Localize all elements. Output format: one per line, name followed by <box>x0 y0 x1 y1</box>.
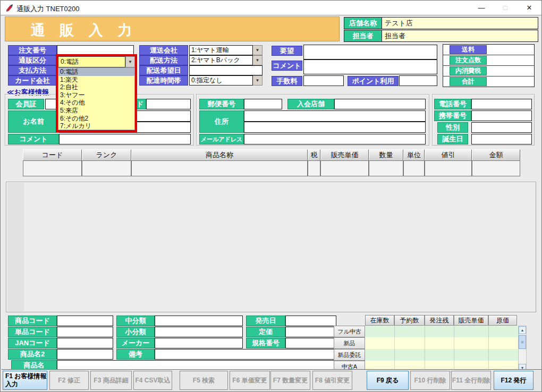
f9-back-button[interactable]: F9 戻る <box>367 371 409 390</box>
stock-data-row <box>365 349 518 361</box>
delivery-time-combo[interactable]: 0:指定なし ▼ <box>189 75 262 86</box>
mobile-label: 携帯番号 <box>434 110 471 121</box>
delivery-time-value[interactable]: 0:指定なし <box>189 75 253 86</box>
tax-label: 内消費税 <box>450 66 487 75</box>
request-label: 要望 <box>272 46 302 56</box>
product-code-field[interactable] <box>57 316 113 326</box>
f1-customer-info-button[interactable]: F1 お客様情報入力 <box>3 371 47 390</box>
release-date-field[interactable] <box>285 316 336 326</box>
partial-hidden-field[interactable] <box>146 99 191 109</box>
maker-label: メーカー <box>116 338 155 348</box>
email-label: メールアドレス <box>199 134 244 144</box>
shipping-row: 送料 <box>443 45 534 55</box>
f6-unit-price-change-button[interactable]: F6 単価変更 <box>230 371 270 390</box>
dropdown-item[interactable]: 1:楽天 <box>58 76 134 84</box>
staff-field[interactable]: 担当者 <box>382 30 538 41</box>
mobile-field[interactable] <box>471 110 532 121</box>
dropdown-item[interactable]: 0:電話 <box>58 68 134 76</box>
stock-row-full-used[interactable]: フル中古 <box>334 326 365 337</box>
dropdown-item[interactable]: 6:その他2 <box>58 115 134 123</box>
col-header-rank: ランク <box>82 149 131 161</box>
email-field[interactable] <box>244 134 426 144</box>
minimize-icon[interactable]: — <box>470 1 493 15</box>
zip-field[interactable] <box>244 99 282 109</box>
item-list-panel <box>6 182 536 312</box>
gender-field[interactable] <box>471 122 532 133</box>
f8-discount-change-button[interactable]: F8 値引変更 <box>312 371 352 390</box>
f3-product-detail-button[interactable]: F3 商品詳細 <box>90 371 132 390</box>
total-row: 合計 <box>443 76 534 87</box>
dropdown-item[interactable]: 7:メルカリ <box>58 122 134 130</box>
standard-no-field[interactable] <box>285 338 336 348</box>
mid-category-label: 中分類 <box>116 316 155 326</box>
tax-row: 内消費税 <box>443 66 534 76</box>
phone-field[interactable] <box>471 99 532 109</box>
address-field-2[interactable] <box>244 122 426 133</box>
stock-scrollbar[interactable]: ▲ ≡ ▼ <box>518 326 527 372</box>
order-comment-field[interactable] <box>303 59 437 74</box>
small-category-field[interactable] <box>155 327 243 337</box>
jan-code-field[interactable] <box>57 338 113 348</box>
store-name-label: 店舗名称 <box>344 18 382 29</box>
product-name2-field[interactable] <box>57 349 113 360</box>
note-field[interactable] <box>155 349 336 360</box>
chevron-down-icon[interactable]: ▼ <box>253 45 262 55</box>
f10-row-delete-button[interactable]: F10 行削除 <box>410 371 450 390</box>
stock-row-new[interactable]: 新品 <box>334 337 365 349</box>
chevron-down-icon[interactable]: ▼ <box>125 56 135 67</box>
dropdown-item[interactable]: 2:自社 <box>58 83 134 91</box>
address-field-1[interactable] <box>244 110 426 122</box>
list-price-field[interactable] <box>285 327 336 337</box>
entry-cell-unit <box>403 160 425 176</box>
dropdown-item[interactable]: 5:来店 <box>58 107 134 115</box>
category-combo-value[interactable]: 0:電話 <box>58 56 125 67</box>
col-header-product-name: 商品名称 <box>131 149 308 161</box>
unit-code-field[interactable] <box>57 327 113 337</box>
point-use-field[interactable] <box>399 75 437 86</box>
customer-comment-field[interactable] <box>59 134 191 144</box>
f11-all-rows-delete-button[interactable]: F11 全行削除 <box>451 371 491 390</box>
f12-issue-button[interactable]: F12 発行 <box>494 371 533 390</box>
entry-cell-unit-price <box>320 160 369 176</box>
page-title: 通 販 入 力 <box>31 21 339 40</box>
carrier-value[interactable]: 1:ヤマト運輸 <box>189 45 253 55</box>
request-field[interactable] <box>303 45 437 59</box>
store-name-field[interactable]: テスト店 <box>382 18 538 29</box>
birthday-field[interactable] <box>471 134 532 144</box>
list-price-label: 定価 <box>246 327 285 337</box>
fee-field[interactable] <box>303 75 344 86</box>
payment-label: 支払方法 <box>8 65 57 75</box>
col-header-tax: 税 <box>308 149 320 161</box>
stock-row-new-consign[interactable]: 新品委託 <box>334 349 365 361</box>
f2-edit-button[interactable]: F2 修正 <box>49 371 89 390</box>
scrollbar-thumb[interactable]: ≡ <box>519 335 526 349</box>
scroll-up-icon[interactable]: ▲ <box>519 326 526 334</box>
delivery-date-field[interactable] <box>189 65 262 75</box>
mid-category-field[interactable] <box>155 316 243 326</box>
maker-field[interactable] <box>155 338 243 348</box>
chevron-down-icon[interactable]: ▼ <box>253 55 262 65</box>
delivery-date-label: 配送希望日 <box>139 65 188 75</box>
point-use-label: ポイント利用 <box>348 76 399 86</box>
stock-grid-line <box>454 326 454 372</box>
order-no-label: 注文番号 <box>8 45 57 55</box>
dropdown-item[interactable]: 4:その他 <box>58 99 134 107</box>
f5-search-button[interactable]: F5 検索 <box>180 371 228 390</box>
stock-grid-line <box>425 326 425 372</box>
f4-csv-import-button[interactable]: F4 CSV取込 <box>133 371 172 390</box>
chevron-down-icon[interactable]: ▼ <box>253 75 262 86</box>
app-icon <box>5 4 14 12</box>
dropdown-item[interactable]: 3:ヤフー <box>58 91 134 99</box>
delivery-method-value[interactable]: 2:ヤマトBパック <box>189 55 253 65</box>
staff-label: 担当者 <box>344 30 382 41</box>
col-header-code: コード <box>23 149 82 161</box>
col-header-unit-price: 販売単価 <box>320 149 369 161</box>
title-bar: 通販入力 TNET0200 — □ ✕ <box>1 1 541 15</box>
f7-qty-change-button[interactable]: F7 数量変更 <box>270 371 310 390</box>
close-icon[interactable]: ✕ <box>518 1 540 15</box>
carrier-combo[interactable]: 1:ヤマト運輸 ▼ <box>189 45 262 55</box>
delivery-time-label: 配達時間帯 <box>139 75 188 86</box>
delivery-method-combo[interactable]: 2:ヤマトBパック ▼ <box>189 55 262 65</box>
join-store-field[interactable] <box>334 99 426 109</box>
maximize-icon[interactable]: □ <box>494 1 516 15</box>
